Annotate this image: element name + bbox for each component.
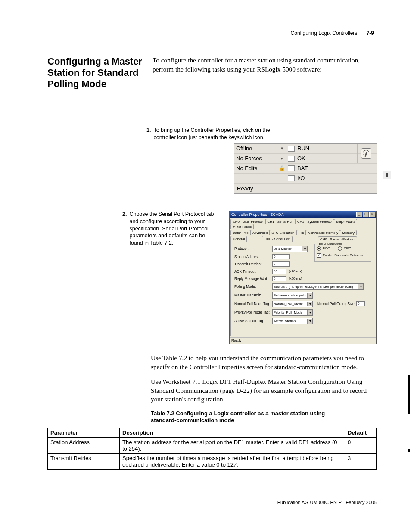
section-heading: Configuring a Master Station for Standar… (47, 56, 142, 90)
priority-poll-tag-label: Priority Poll Node Tag: (234, 310, 272, 314)
tab: Minor Faults (230, 224, 254, 229)
tab: CH1 - System Protocol (295, 219, 334, 224)
dialog-status-bar: Ready (230, 337, 376, 344)
radio-crc-label: CRC (344, 246, 351, 250)
step-number: 1. (146, 127, 151, 141)
status-forces: No Forces (234, 155, 277, 162)
normal-poll-tag-label: Normal Poll Node Tag: (234, 302, 272, 306)
led-box (288, 156, 295, 162)
step-text: Choose the Serial Port Protocol tab and … (129, 211, 217, 247)
radio-crc (338, 246, 342, 251)
tab: Major Faults (334, 219, 357, 224)
chevron-down-icon: ▾ (302, 246, 307, 251)
master-transmit-dropdown: Between station polls▾ (272, 292, 313, 299)
tab: SFC Execution (269, 230, 296, 235)
tab: CH0 - Serial Port (262, 236, 292, 242)
minimize-icon: _ (356, 212, 362, 217)
status-offline: Offline (234, 145, 277, 152)
led-box (288, 165, 295, 171)
status-ready: Ready (237, 185, 253, 192)
dropdown-icon: ▾ (277, 146, 288, 151)
window-buttons: _□× (356, 212, 375, 217)
status-bat: BAT (295, 165, 308, 171)
change-bar (408, 449, 410, 452)
group-legend: Error Detection (318, 242, 343, 246)
active-station-tag-dropdown: Active_Station▾ (272, 318, 313, 324)
station-address-label: Station Address: (234, 255, 272, 259)
step-number: 2. (122, 211, 127, 247)
chevron-down-icon: ▾ (307, 319, 312, 324)
intro-paragraph: To configure the controller for a master… (153, 56, 377, 90)
reply-wait-label: Reply Message Wait: (234, 277, 272, 281)
ack-unit: (x20 ms) (289, 269, 302, 273)
tab: Memory (340, 230, 357, 235)
maximize-icon: □ (363, 212, 369, 217)
page-number: 7-9 (367, 30, 374, 36)
checkbox-duplicate-label: Enable Duplicate Detection (323, 253, 364, 257)
close-icon: × (369, 212, 375, 217)
body-paragraph: Use Worksheet 7.1 Logix DF1 Half-Duplex … (151, 377, 377, 404)
table-caption: Table 7.2 Configuring a Logix controller… (151, 410, 336, 424)
tab: General (230, 236, 247, 242)
error-detection-group: Error Detection BCC CRC ✓ Enable Duplica… (314, 244, 371, 262)
normal-poll-group-label: Normal Poll Group Size: (317, 302, 355, 306)
chevron-down-icon: ▾ (358, 284, 363, 289)
active-station-tag-label: Active Station Tag: (234, 319, 272, 323)
led-box (288, 146, 295, 152)
ack-timeout-label: ACK Timeout: (234, 269, 272, 274)
normal-poll-group-input: 0 (356, 301, 365, 306)
cell-default: 3 (345, 453, 377, 469)
tab: CH0 - User Protocol (230, 219, 266, 224)
checkbox-duplicate: ✓ (317, 253, 321, 258)
priority-poll-tag-dropdown: Priority_Poll_Mode▾ (272, 309, 313, 316)
chevron-down-icon: ▾ (307, 293, 312, 298)
tab: Date/Time (230, 230, 251, 235)
protocol-label: Protocol: (234, 246, 272, 251)
table-row: Transmit Retries Specifies the number of… (48, 453, 377, 469)
cell-parameter: Transmit Retries (48, 453, 120, 469)
status-run: RUN (295, 145, 309, 152)
chapter-title: Configuring Logix Controllers (291, 30, 358, 36)
chevron-down-icon: ▾ (307, 310, 312, 315)
tab: Nonvolatile Memory (305, 230, 340, 235)
col-default: Default (345, 428, 377, 437)
polling-mode-dropdown: Standard (multiple message transfer per … (272, 283, 364, 290)
radio-bcc (317, 246, 321, 251)
chevron-down-icon: ▾ (307, 302, 312, 306)
dialog-title: Controller Properties - SCADA (231, 212, 284, 217)
lock-icon: 🔒 (277, 165, 288, 171)
master-transmit-label: Master Transmit: (234, 293, 272, 297)
publication-footer: Publication AG-UM008C-EN-P - February 20… (47, 500, 377, 505)
table-header-row: Parameter Description Default (48, 428, 377, 437)
cell-parameter: Station Address (48, 437, 120, 453)
col-parameter: Parameter (48, 428, 120, 437)
ack-timeout-input: 50 (272, 269, 286, 274)
cell-default: 0 (345, 437, 377, 453)
led-box (288, 175, 295, 181)
cell-description: Specifies the number of times a message … (120, 453, 345, 469)
parameter-table: Parameter Description Default Station Ad… (47, 428, 377, 470)
status-io: I/O (295, 175, 305, 181)
transmit-retries-input: 3 (272, 261, 290, 267)
protocol-dropdown: DF1 Master▾ (272, 246, 308, 252)
change-bar (408, 375, 410, 414)
step-text: To bring up the Controller Properties, c… (153, 127, 280, 141)
dropdown-icon: ▸ (277, 156, 288, 161)
keyswitch-icon (357, 144, 375, 163)
polling-mode-label: Polling Mode: (234, 284, 272, 289)
running-head: Configuring Logix Controllers 7-9 (291, 30, 374, 36)
controller-properties-dialog-figure: Controller Properties - SCADA _□× CH0 - … (229, 211, 377, 344)
station-address-input: 0 (272, 254, 290, 259)
cell-description: The station address for the serial port … (120, 437, 345, 453)
reply-wait-input: 5 (272, 276, 286, 281)
tab: Advanced (250, 230, 270, 235)
status-toolbar-figure: Offline ▾ RUN No Forces ▸ OK No Edits 🔒 (234, 144, 377, 193)
controller-icon: ▮ (383, 171, 391, 179)
normal-poll-tag-dropdown: Normal_Poll_Mode▾ (272, 301, 313, 307)
col-description: Description (120, 428, 345, 437)
reply-unit: (x20 ms) (289, 277, 302, 280)
table-row: Station Address The station address for … (48, 437, 377, 453)
status-edits: No Edits (234, 165, 277, 171)
radio-bcc-label: BCC (323, 246, 330, 250)
tab: File (296, 230, 306, 235)
